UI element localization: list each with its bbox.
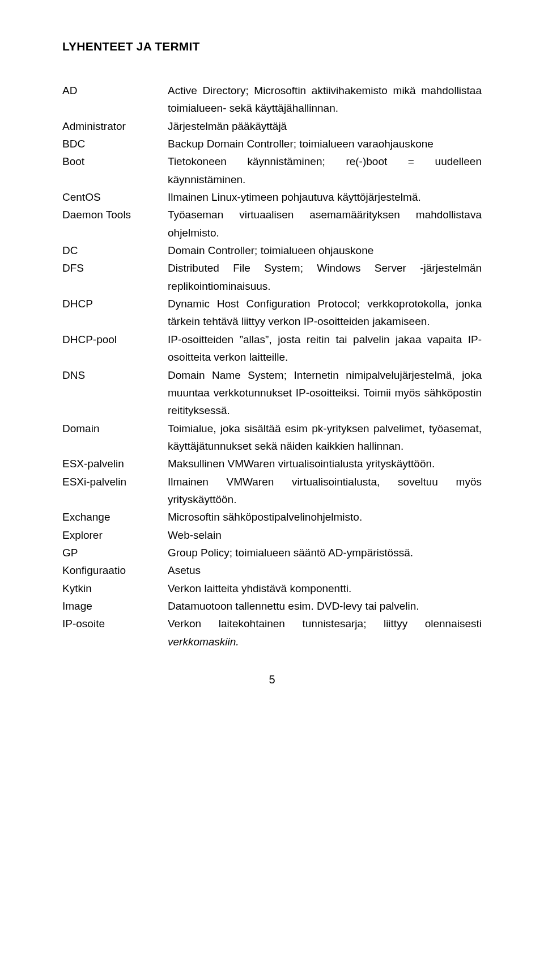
term-abbr: Exchange (62, 508, 168, 526)
term-row: CentOSIlmainen Linux-ytimeen pohjautuva … (62, 188, 482, 206)
term-definition: Työaseman virtuaalisen asemamäärityksen … (168, 206, 482, 242)
term-definition: Active Directory; Microsoftin aktiivihak… (168, 82, 482, 117)
term-abbr: Administrator (62, 117, 168, 135)
term-definition: Järjestelmän pääkäyttäjä (168, 117, 482, 135)
terms-list: ADActive Directory; Microsoftin aktiivih… (62, 82, 482, 650)
term-definition: Asetus (168, 561, 482, 579)
term-row: ExplorerWeb-selain (62, 526, 482, 544)
term-abbr: Boot (62, 153, 168, 170)
term-definition: IP-osoitteiden ”allas”, josta reitin tai… (168, 331, 482, 366)
term-row: AdministratorJärjestelmän pääkäyttäjä (62, 117, 482, 135)
term-abbr: Domain (62, 420, 168, 437)
term-abbr: Explorer (62, 526, 168, 544)
term-definition: Verkon laitekohtainen tunnistesarja; lii… (168, 615, 482, 650)
term-row: Daemon ToolsTyöaseman virtuaalisen asema… (62, 206, 482, 242)
term-definition: Toimialue, joka sisältää esim pk-yrityks… (168, 420, 482, 455)
term-definition: Datamuotoon tallennettu esim. DVD-levy t… (168, 597, 482, 615)
term-row: IP-osoiteVerkon laitekohtainen tunnistes… (62, 615, 482, 650)
term-abbr: Daemon Tools (62, 206, 168, 223)
term-abbr: ESXi-palvelin (62, 473, 168, 491)
term-definition: Group Policy; toimialueen sääntö AD-ympä… (168, 544, 482, 561)
term-row: KonfiguraatioAsetus (62, 561, 482, 579)
term-abbr: DNS (62, 366, 168, 384)
term-abbr: DC (62, 242, 168, 259)
term-row: DHCPDynamic Host Configuration Protocol;… (62, 295, 482, 331)
term-abbr: DHCP-pool (62, 331, 168, 348)
term-row: DNSDomain Name System; Internetin nimipa… (62, 366, 482, 420)
term-abbr: GP (62, 544, 168, 561)
term-definition: Ilmainen Linux-ytimeen pohjautuva käyttö… (168, 188, 482, 206)
term-abbr: AD (62, 82, 168, 99)
term-row: DCDomain Controller; toimialueen ohjausk… (62, 242, 482, 259)
term-definition: Domain Controller; toimialueen ohjauskon… (168, 242, 482, 259)
term-abbr: DHCP (62, 295, 168, 312)
term-row: DomainToimialue, joka sisältää esim pk-y… (62, 420, 482, 455)
term-row: ESX-palvelinMaksullinen VMWaren virtuali… (62, 455, 482, 472)
term-definition: Web-selain (168, 526, 482, 544)
term-definition: Dynamic Host Configuration Protocol; ver… (168, 295, 482, 331)
term-abbr: Kytkin (62, 580, 168, 597)
page-title: LYHENTEET JA TERMIT (62, 40, 482, 53)
term-abbr: ESX-palvelin (62, 455, 168, 472)
term-definition: Microsoftin sähköpostipalvelinohjelmisto… (168, 508, 482, 526)
term-definition: Ilmainen VMWaren virtualisointialusta, s… (168, 473, 482, 509)
term-definition: Domain Name System; Internetin nimipalve… (168, 366, 482, 420)
term-row: GPGroup Policy; toimialueen sääntö AD-ym… (62, 544, 482, 561)
term-row: BootTietokoneen käynnistäminen; re(-)boo… (62, 153, 482, 188)
term-row: DFSDistributed File System; Windows Serv… (62, 259, 482, 295)
term-row: KytkinVerkon laitteita yhdistävä kompone… (62, 580, 482, 597)
term-row: BDCBackup Domain Controller; toimialueen… (62, 135, 482, 153)
term-row: ImageDatamuotoon tallennettu esim. DVD-l… (62, 597, 482, 615)
term-abbr: BDC (62, 135, 168, 153)
term-row: DHCP-poolIP-osoitteiden ”allas”, josta r… (62, 331, 482, 366)
term-abbr: Konfiguraatio (62, 561, 168, 579)
term-abbr: Image (62, 597, 168, 615)
term-definition: Backup Domain Controller; toimialueen va… (168, 135, 482, 153)
term-definition: Maksullinen VMWaren virtualisointialusta… (168, 455, 482, 472)
term-abbr: DFS (62, 259, 168, 277)
term-row: ExchangeMicrosoftin sähköpostipalvelinoh… (62, 508, 482, 526)
term-definition: Tietokoneen käynnistäminen; re(-)boot = … (168, 153, 482, 188)
term-abbr: IP-osoite (62, 615, 168, 632)
document-page: LYHENTEET JA TERMIT ADActive Directory; … (0, 0, 544, 980)
term-definition: Distributed File System; Windows Server … (168, 259, 482, 295)
term-row: ADActive Directory; Microsoftin aktiivih… (62, 82, 482, 117)
term-definition: Verkon laitteita yhdistävä komponentti. (168, 580, 482, 597)
page-number: 5 (62, 673, 482, 686)
term-row: ESXi-palvelinIlmainen VMWaren virtualiso… (62, 473, 482, 509)
term-abbr: CentOS (62, 188, 168, 206)
